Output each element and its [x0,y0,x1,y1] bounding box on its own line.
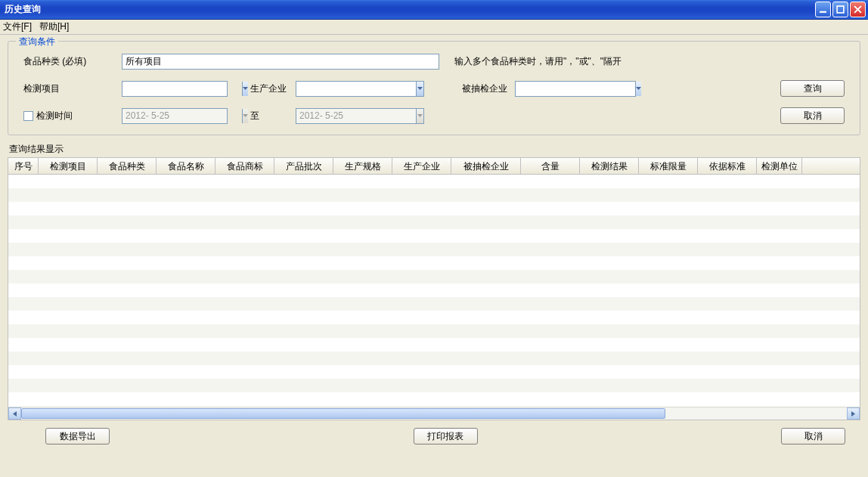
window-controls [815,2,866,17]
cancel-button[interactable]: 取消 [780,107,845,124]
bottom-bar: 数据导出 打印报表 取消 [8,420,860,452]
menu-file[interactable]: 文件[F] [3,20,32,33]
title-bar: 历史查询 [0,0,868,20]
column-header[interactable]: 生产规格 [333,158,392,174]
detect-item-label: 检测项目 [23,82,122,95]
chevron-down-icon[interactable] [416,109,423,123]
date-from-input [122,109,242,123]
menu-bar: 文件[F] 帮助[H] [0,20,868,35]
column-header[interactable]: 序号 [8,158,39,174]
svg-rect-1 [837,6,844,13]
table-row [8,379,860,392]
column-header[interactable]: 检测单位 [757,158,802,174]
close-button[interactable] [850,2,866,17]
table-row [8,229,860,243]
table-row [8,311,860,324]
export-button[interactable]: 数据导出 [45,428,110,444]
scroll-left-button[interactable] [8,407,21,420]
grid-body [8,175,860,407]
table-row [8,256,860,270]
table-row [8,297,860,311]
horizontal-scrollbar[interactable] [8,407,860,420]
date-to-input [296,109,416,123]
detect-time-checkbox[interactable] [23,111,33,121]
table-row [8,283,860,297]
results-label: 查询结果显示 [9,143,860,156]
producer-combo[interactable] [296,81,424,97]
query-button[interactable]: 查询 [780,80,845,97]
detect-time-label: 检测时间 [23,110,122,122]
column-header[interactable]: 标准限量 [639,158,698,174]
column-header[interactable]: 生产企业 [392,158,451,174]
minimize-button[interactable] [815,2,831,17]
query-conditions-fieldset: 查询条件 食品种类 (必填) 输入多个食品种类时，请用"，"或"、"隔开 检测项… [8,41,860,135]
column-header[interactable]: 食品种类 [98,158,157,174]
content-area: 查询条件 食品种类 (必填) 输入多个食品种类时，请用"，"或"、"隔开 检测项… [0,35,868,455]
chevron-down-icon[interactable] [242,109,248,123]
column-header[interactable]: 检测结果 [580,158,639,174]
date-from-combo[interactable] [122,108,228,124]
column-header[interactable]: 被抽检企业 [451,158,521,174]
table-row [8,352,860,365]
column-header[interactable]: 食品名称 [157,158,215,174]
svg-rect-0 [820,11,826,13]
table-row [8,243,860,256]
results-grid: 序号检测项目食品种类食品名称食品商标产品批次生产规格生产企业被抽检企业含量检测结… [8,157,860,420]
food-type-label: 食品种类 (必填) [23,55,122,68]
sampled-ent-label: 被抽检企业 [424,82,515,95]
row-detect-item: 检测项目 生产企业 被抽检企业 查询 [23,80,845,97]
table-row [8,202,860,215]
chevron-down-icon[interactable] [416,82,423,96]
detect-time-text: 检测时间 [36,110,73,121]
producer-combo-input[interactable] [296,82,416,96]
column-header[interactable]: 依据标准 [698,158,757,174]
menu-help[interactable]: 帮助[H] [39,20,69,33]
date-to-combo[interactable] [296,108,424,124]
table-row [8,324,860,338]
detect-item-combo-input[interactable] [122,82,242,96]
scrollbar-track[interactable] [21,407,847,420]
sampled-ent-combo-input[interactable] [516,82,635,96]
fieldset-legend: 查询条件 [16,36,58,48]
food-type-input[interactable] [122,54,439,70]
sampled-ent-combo[interactable] [515,81,636,97]
table-row [8,392,860,406]
row-food-type: 食品种类 (必填) 输入多个食品种类时，请用"，"或"、"隔开 [23,54,845,70]
table-row [8,365,860,379]
table-row [8,270,860,283]
window-title: 历史查询 [5,3,815,16]
table-row [8,215,860,229]
column-header[interactable]: 产品批次 [274,158,333,174]
table-row [8,175,860,188]
table-row [8,338,860,352]
row-detect-time: 检测时间 至 取消 [23,107,845,124]
scroll-right-button[interactable] [847,407,860,420]
detect-item-combo[interactable] [122,81,228,97]
maximize-button[interactable] [832,2,848,17]
grid-header: 序号检测项目食品种类食品名称食品商标产品批次生产规格生产企业被抽检企业含量检测结… [8,158,860,175]
food-type-hint: 输入多个食品种类时，请用"，"或"、"隔开 [454,55,622,68]
column-header[interactable]: 食品商标 [215,158,274,174]
table-row [8,188,860,202]
chevron-down-icon[interactable] [242,82,248,96]
column-header[interactable]: 含量 [521,158,580,174]
column-header[interactable]: 检测项目 [39,158,98,174]
scrollbar-thumb[interactable] [21,408,665,419]
print-button[interactable]: 打印报表 [414,428,478,444]
chevron-down-icon[interactable] [635,82,641,96]
bottom-cancel-button[interactable]: 取消 [781,428,845,444]
